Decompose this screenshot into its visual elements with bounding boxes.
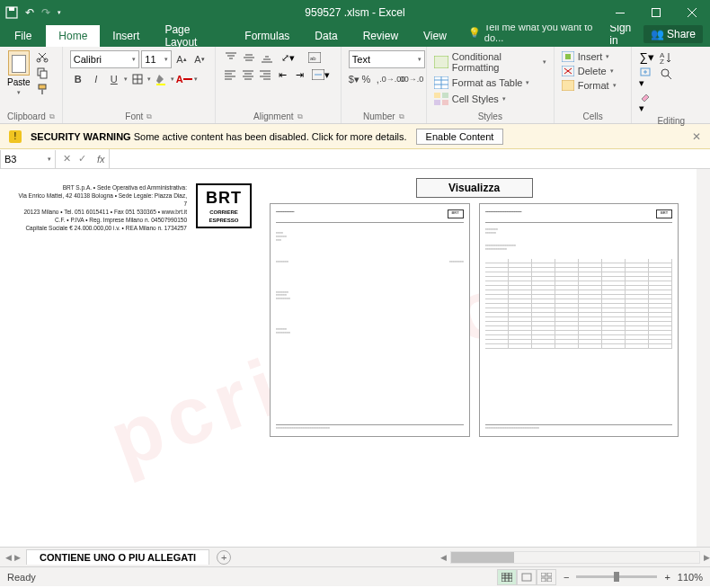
- worksheet-area[interactable]: pcrisk.com BRT CORRIERE ESPRESSO BRT S.p…: [0, 169, 710, 547]
- font-name-select[interactable]: Calibri▾: [70, 50, 139, 68]
- undo-icon[interactable]: ↶: [25, 6, 34, 19]
- cell-styles-icon: [434, 93, 448, 105]
- align-center-icon[interactable]: [240, 67, 255, 82]
- align-right-icon[interactable]: [257, 67, 272, 82]
- number-format-select[interactable]: Text▾: [349, 50, 425, 68]
- format-painter-icon[interactable]: [36, 83, 49, 95]
- zoom-slider[interactable]: [576, 575, 657, 578]
- share-button[interactable]: 👥 Share: [643, 25, 703, 43]
- tab-review[interactable]: Review: [351, 25, 411, 47]
- align-bottom-icon[interactable]: [259, 50, 275, 65]
- hscroll-left-icon[interactable]: ◀: [440, 553, 447, 562]
- fill-icon[interactable]: ▾: [639, 67, 653, 89]
- decrease-indent-icon[interactable]: ⇤: [275, 67, 290, 82]
- formula-bar: B3▾ ✕ ✓ fx: [0, 149, 710, 169]
- sheet-tab[interactable]: CONTIENE UNO O PIU ALLEGATI: [26, 549, 209, 565]
- redo-icon[interactable]: ↷: [41, 6, 50, 19]
- conditional-formatting-button[interactable]: Conditional Formatting▾: [434, 50, 546, 74]
- tab-formulas[interactable]: Formulas: [232, 25, 302, 47]
- page-layout-view-button[interactable]: [517, 569, 537, 585]
- font-launcher-icon[interactable]: ⧉: [146, 112, 152, 121]
- name-box[interactable]: B3▾: [0, 150, 56, 168]
- percent-icon[interactable]: %: [361, 71, 371, 87]
- clipboard-launcher-icon[interactable]: ⧉: [49, 112, 55, 121]
- font-color-button[interactable]: A: [176, 71, 192, 87]
- sign-in-link[interactable]: Sign in: [609, 22, 633, 47]
- sort-filter-icon[interactable]: AZ: [660, 50, 674, 65]
- save-icon[interactable]: [5, 6, 18, 19]
- zoom-out-button[interactable]: −: [564, 572, 569, 583]
- format-as-table-button[interactable]: Format as Table▾: [434, 76, 546, 90]
- cell-styles-button[interactable]: Cell Styles▾: [434, 92, 546, 106]
- align-middle-icon[interactable]: [241, 50, 257, 65]
- qat-customize-icon[interactable]: ▾: [58, 9, 61, 16]
- vertical-scrollbar[interactable]: [697, 169, 710, 547]
- security-warning-bar: ! SECURITY WARNING Some active content h…: [0, 124, 710, 149]
- tab-home[interactable]: Home: [46, 25, 100, 47]
- close-security-icon[interactable]: ✕: [692, 130, 701, 143]
- tab-page-layout[interactable]: Page Layout: [152, 25, 232, 47]
- increase-indent-icon[interactable]: ⇥: [292, 67, 307, 82]
- grow-font-icon[interactable]: A▴: [173, 51, 190, 67]
- underline-button[interactable]: U: [106, 71, 122, 87]
- formula-input[interactable]: [109, 149, 710, 168]
- insert-cells-button[interactable]: Insert▾: [562, 50, 625, 63]
- paste-button[interactable]: Paste ▾: [7, 50, 31, 96]
- tab-data[interactable]: Data: [302, 25, 350, 47]
- border-button[interactable]: [129, 71, 146, 87]
- normal-view-button[interactable]: [497, 569, 517, 585]
- tab-nav-next-icon[interactable]: ▶: [14, 553, 21, 562]
- hscroll-right-icon[interactable]: ▶: [704, 553, 710, 562]
- visualizza-button[interactable]: Visualizza: [416, 178, 533, 198]
- group-number: Text▾ $▾ % , .0→.00 .00→.0 Number⧉: [342, 47, 427, 123]
- bold-button[interactable]: B: [70, 71, 86, 87]
- svg-text:ab: ab: [310, 56, 316, 61]
- tab-insert[interactable]: Insert: [100, 25, 152, 47]
- autosum-icon[interactable]: ∑▾: [639, 50, 653, 64]
- alignment-launcher-icon[interactable]: ⧉: [297, 112, 303, 121]
- find-select-icon[interactable]: [660, 67, 674, 82]
- merge-center-button[interactable]: ▾: [309, 67, 333, 82]
- zoom-in-button[interactable]: +: [664, 572, 670, 583]
- delete-cells-button[interactable]: Delete▾: [562, 65, 625, 77]
- number-launcher-icon[interactable]: ⧉: [399, 112, 404, 121]
- paste-dropdown-icon[interactable]: ▾: [17, 89, 21, 96]
- format-cells-icon: [562, 80, 574, 91]
- svg-rect-1: [9, 7, 14, 11]
- enter-formula-icon[interactable]: ✓: [78, 153, 86, 165]
- italic-button[interactable]: I: [88, 71, 104, 87]
- group-clipboard: Paste ▾ Clipboard⧉: [0, 47, 63, 123]
- enable-content-button[interactable]: Enable Content: [416, 129, 504, 145]
- page-break-view-button[interactable]: [537, 569, 556, 585]
- align-top-icon[interactable]: [223, 50, 239, 65]
- fx-icon[interactable]: fx: [93, 154, 109, 165]
- font-size-select[interactable]: 11▾: [141, 50, 172, 68]
- decrease-decimal-icon[interactable]: .00→.0: [403, 71, 419, 87]
- tab-view[interactable]: View: [411, 25, 459, 47]
- currency-icon[interactable]: $▾: [349, 71, 359, 87]
- wrap-text-button[interactable]: ab: [302, 50, 327, 65]
- align-left-icon[interactable]: [223, 67, 238, 82]
- copy-icon[interactable]: [36, 67, 49, 79]
- format-cells-button[interactable]: Format▾: [562, 79, 625, 92]
- orientation-icon[interactable]: ⤢▾: [277, 50, 300, 65]
- svg-rect-2: [616, 13, 625, 13]
- clear-icon[interactable]: ▾: [639, 92, 653, 114]
- group-alignment: ⤢▾ ab ⇤ ⇥ ▾ Alignment⧉: [216, 47, 342, 123]
- minimize-button[interactable]: [602, 0, 638, 25]
- fill-color-button[interactable]: [153, 71, 169, 87]
- tab-file[interactable]: File: [0, 25, 46, 47]
- table-icon: [434, 76, 448, 89]
- maximize-button[interactable]: [638, 0, 674, 25]
- close-button[interactable]: [674, 0, 710, 25]
- styles-label: Styles: [478, 111, 502, 121]
- tab-nav-prev-icon[interactable]: ◀: [5, 553, 12, 562]
- cancel-formula-icon[interactable]: ✕: [63, 153, 71, 165]
- new-sheet-button[interactable]: +: [217, 550, 231, 565]
- shrink-font-icon[interactable]: A▾: [191, 51, 208, 67]
- cut-icon[interactable]: [36, 50, 49, 63]
- zoom-level[interactable]: 110%: [678, 572, 703, 583]
- horizontal-scrollbar[interactable]: [450, 551, 700, 564]
- svg-line-60: [668, 76, 671, 79]
- titlebar: ↶ ↷ ▾ 959527 .xlsm - Excel: [0, 0, 710, 25]
